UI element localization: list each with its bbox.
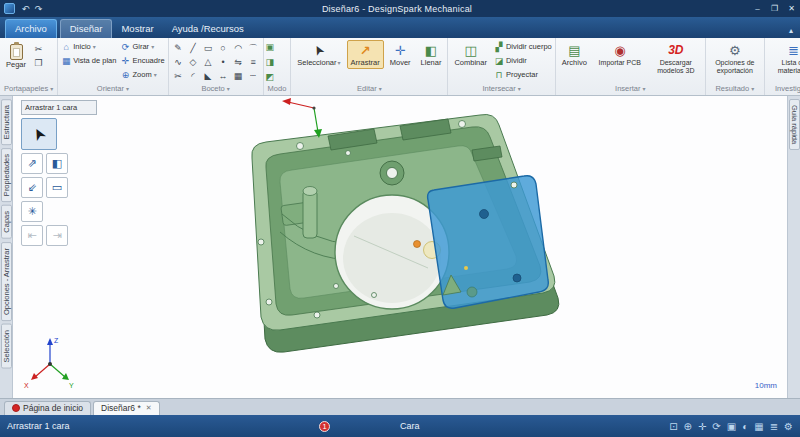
rotate-icon: ⟳ — [120, 42, 130, 52]
dividir-button[interactable]: ◪Dividir — [493, 54, 553, 67]
main-area: Estructura Propiedades Capas Opciones - … — [0, 96, 800, 398]
pegar-button[interactable]: Pegar — [2, 40, 30, 71]
descargar-modelos-3d-button[interactable]: 3D Descargar modelos 3D — [649, 40, 703, 76]
model-canvas[interactable]: Z X Y — [13, 96, 787, 398]
zoom-icon: ⊕ — [120, 70, 130, 80]
tab-archivo[interactable]: Archivo — [5, 19, 57, 38]
pivot-tool-button[interactable]: ✳ — [21, 201, 43, 222]
group-label-investigar: Investigar — [775, 84, 800, 93]
ribbon-group-modo: ▣ ◨ ◩ Modo — [264, 38, 292, 95]
proyectar-button[interactable]: ⊓Proyectar — [493, 68, 553, 81]
sketch-line-icon[interactable]: ╱ — [186, 41, 201, 55]
interior-post[interactable] — [303, 190, 317, 238]
sketch-rectangle-icon[interactable]: ▭ — [201, 41, 216, 55]
zoom-extents-icon[interactable]: ⊡ — [669, 421, 677, 432]
ribbon-group-insertar: ▤ Archivo ◉ Importar PCB 3D Descargar mo… — [556, 38, 706, 95]
shaded-view-icon[interactable]: ◐ — [742, 421, 748, 432]
sketch-mirror-icon[interactable]: ⇋ — [231, 55, 246, 69]
sketch-offset-icon[interactable]: ≡ — [246, 55, 261, 69]
arrastrar-button[interactable]: ↗ Arrastrar — [347, 40, 384, 69]
sketch-arc-icon[interactable]: ◠ — [231, 41, 246, 55]
insert-file-icon: ▤ — [568, 43, 580, 58]
pan-icon[interactable]: ✛ — [698, 421, 706, 432]
inicio-button[interactable]: ⌂Inicio▾ — [60, 40, 117, 53]
combinar-button[interactable]: ◫ Combinar — [450, 40, 491, 69]
sketch-chamfer-icon[interactable]: ◣ — [201, 69, 216, 83]
sidebar-tab-guia-rapida[interactable]: Guía rápida — [789, 99, 800, 150]
error-count-badge[interactable]: 1 — [319, 421, 330, 432]
mode-surface-icon[interactable]: ◨ — [266, 55, 275, 69]
insertar-archivo-button[interactable]: ▤ Archivo — [558, 40, 591, 69]
opciones-exportacion-button[interactable]: ⚙ Opciones de exportación — [708, 40, 762, 76]
llenar-button[interactable]: ◧ Llenar — [417, 40, 446, 69]
tab-disenar[interactable]: Diseñar — [60, 19, 113, 38]
vista-de-plan-button[interactable]: ▦Vista de plan — [60, 54, 117, 67]
close-tab-icon[interactable]: ✕ — [146, 404, 152, 412]
drag-axis-tool-button[interactable]: ⇙ — [21, 177, 43, 198]
maximize-button[interactable]: ❐ — [766, 1, 783, 16]
spin-icon[interactable]: ⟳ — [712, 421, 720, 432]
sketch-construction-icon[interactable]: ┄ — [246, 69, 261, 83]
tab-mostrar[interactable]: Mostrar — [112, 20, 162, 38]
ribbon-collapse-icon[interactable]: ▴ — [782, 26, 800, 38]
sidebar-tab-capas[interactable]: Capas — [1, 205, 12, 239]
sidebar-tab-estructura[interactable]: Estructura — [1, 99, 12, 145]
undo-icon[interactable]: ↶ — [19, 4, 32, 14]
copy-icon[interactable]: ❐ — [32, 56, 45, 68]
sketch-grid-icon[interactable]: ▦ — [231, 69, 246, 83]
3d-models-icon: 3D — [668, 43, 683, 58]
minimize-button[interactable]: – — [749, 1, 766, 16]
go-start-tool-button[interactable]: ⇤ — [21, 225, 43, 246]
sidebar-tab-propiedades[interactable]: Propiedades — [1, 148, 12, 202]
zoom-button[interactable]: ⊕Zoom▾ — [119, 68, 165, 81]
sketch-fillet-icon[interactable]: ◜ — [186, 69, 201, 83]
sketch-circle-icon[interactable]: ○ — [216, 41, 231, 55]
ribbon-group-resultado: ⚙ Opciones de exportación Resultado▾ — [706, 38, 765, 95]
redo-icon[interactable]: ↷ — [32, 4, 45, 14]
go-end-tool-button[interactable]: ⇥ — [46, 225, 68, 246]
girar-button[interactable]: ⟳Girar▾ — [119, 40, 165, 53]
status-bar: Arrastrar 1 cara 1 Cara ⊡ ⊕ ✛ ⟳ ▣ ◐ ▦ ≣ … — [0, 415, 800, 437]
seleccionar-button[interactable]: ➤ Seleccionar▾ — [293, 40, 344, 69]
move-icon: ✛ — [395, 43, 406, 58]
sketch-tangent-arc-icon[interactable]: ⌒ — [246, 41, 261, 55]
encuadre-button[interactable]: ✛Encuadre — [119, 54, 165, 67]
sidebar-tab-opciones-arrastrar[interactable]: Opciones - Arrastrar — [1, 242, 12, 321]
doc-tab-pagina-inicio[interactable]: Página de inicio — [4, 401, 91, 415]
app-icon — [4, 3, 15, 14]
close-button[interactable]: ✕ — [783, 1, 800, 16]
importar-pcb-button[interactable]: ◉ Importar PCB — [593, 40, 647, 69]
mover-button[interactable]: ✛ Mover — [386, 40, 415, 69]
sketch-polygon-icon[interactable]: △ — [201, 55, 216, 69]
zoom-in-icon[interactable]: ⊕ — [684, 421, 692, 432]
grid-toggle-icon[interactable]: ▦ — [754, 421, 763, 432]
cut-icon[interactable]: ✂ — [32, 42, 45, 54]
ribbon: Pegar ✂ ❐ Portapapeles▾ ⌂Inicio▾ ▦Vista … — [0, 38, 800, 96]
display-settings-icon[interactable]: ⚙ — [784, 421, 793, 432]
sketch-pencil-icon[interactable]: ✎ — [171, 41, 186, 55]
selected-face[interactable] — [428, 176, 549, 309]
mode-solid-icon[interactable]: ▣ — [266, 40, 275, 54]
dividir-cuerpo-button[interactable]: ▞Dividir cuerpo — [493, 40, 553, 53]
layers-icon[interactable]: ≣ — [770, 421, 778, 432]
select-tool-button[interactable]: ➤ — [21, 118, 57, 150]
ruler-tool-button[interactable]: ▭ — [46, 177, 68, 198]
sketch-dimension-icon[interactable]: ↔ — [216, 69, 231, 83]
sketch-point-icon[interactable]: • — [216, 55, 231, 69]
mode-section-icon[interactable]: ◩ — [266, 70, 275, 84]
lista-materiales-button[interactable]: ≣ Lista de materiales — [767, 40, 800, 76]
drag-direction-tool-button[interactable]: ⇗ — [21, 153, 43, 174]
view-cube-icon[interactable]: ▣ — [727, 421, 736, 432]
sidebar-tab-seleccion[interactable]: Selección — [1, 324, 12, 369]
sketch-spline-icon[interactable]: ∿ — [171, 55, 186, 69]
sketch-ellipse-icon[interactable]: ◇ — [186, 55, 201, 69]
doc-tab-disenar6[interactable]: Diseñar6 * ✕ — [93, 401, 160, 415]
pcb-icon: ◉ — [614, 43, 625, 58]
boss-hole[interactable] — [387, 168, 398, 179]
tab-ayuda[interactable]: Ayuda /Recursos — [163, 20, 253, 38]
sketch-trim-icon[interactable]: ✂ — [171, 69, 186, 83]
ribbon-tab-bar: Archivo Diseñar Mostrar Ayuda /Recursos … — [0, 17, 800, 38]
drag-plane-tool-button[interactable]: ◧ — [46, 153, 68, 174]
viewport[interactable]: Z X Y Arrastrar 1 cara ➤ ⇗ ◧ — [13, 96, 787, 398]
drag-anchor-point[interactable] — [414, 241, 421, 248]
